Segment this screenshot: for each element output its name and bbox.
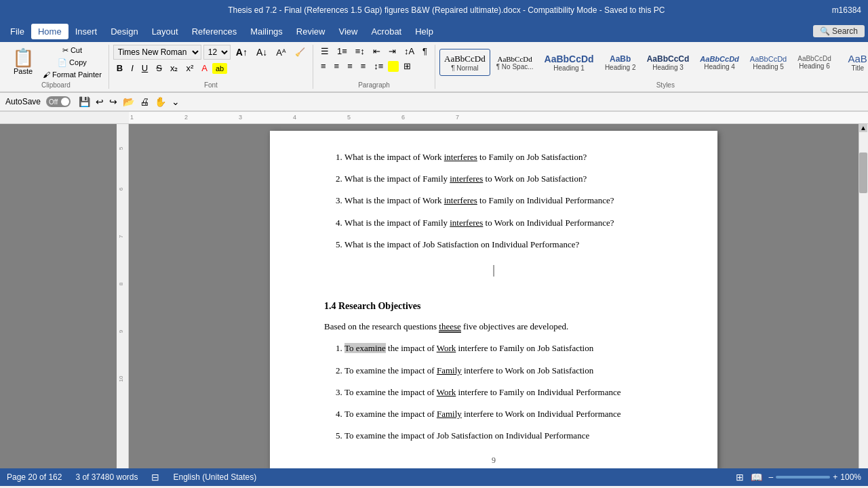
line-spacing-button[interactable]: ↕≡ — [370, 60, 387, 73]
superscript-button[interactable]: x² — [182, 62, 197, 75]
objectives-list: To examine the impact of Work interfere … — [324, 342, 663, 442]
justify-button[interactable]: ≡ — [357, 60, 370, 73]
font-grow-button[interactable]: A↑ — [233, 45, 251, 59]
shading-button[interactable] — [388, 61, 399, 72]
rq4-underline-word: interferes — [450, 218, 483, 228]
border-button[interactable]: ⊞ — [400, 60, 414, 73]
style-h6[interactable]: AaBbCcDd Heading 6 — [793, 49, 835, 76]
menu-references[interactable]: References — [185, 24, 243, 39]
bullets-button[interactable]: ☰ — [317, 45, 332, 58]
zoom-slider[interactable] — [776, 476, 830, 479]
style-normal[interactable]: AaBbCcDd ¶ Normal — [439, 49, 490, 76]
style-title[interactable]: AaB Title — [837, 49, 868, 76]
doc-page[interactable]: What is the impact of Work interferes to… — [270, 131, 717, 468]
style-nospace[interactable]: AaBbCcDd ¶ No Spac... — [492, 49, 538, 76]
font-size-select[interactable]: 12 — [203, 45, 231, 60]
obj-item-3: To examine the impact of Work interfere … — [344, 386, 663, 399]
numbering-button[interactable]: 1≡ — [334, 45, 351, 58]
obj3-underline-word: Work — [437, 387, 456, 397]
open-icon[interactable]: 📂 — [123, 96, 134, 107]
menu-layout[interactable]: Layout — [145, 24, 185, 39]
save-icon[interactable]: 💾 — [79, 96, 90, 107]
font-aa-button[interactable]: Aᴬ — [273, 46, 290, 59]
svg-text:6: 6 — [118, 187, 124, 190]
strikethrough-button[interactable]: S — [153, 62, 165, 75]
theese-word: theese — [439, 321, 460, 333]
align-right-button[interactable]: ≡ — [344, 60, 356, 73]
style-normal-text: AaBbCcDd — [444, 54, 486, 64]
autosave-toggle-knob — [61, 98, 69, 106]
style-h1[interactable]: AaBbCcDd Heading 1 — [540, 49, 599, 76]
layout-view-icon[interactable]: ⊞ — [736, 472, 744, 483]
multilevel-button[interactable]: ≡↕ — [352, 45, 368, 58]
menu-home[interactable]: Home — [31, 24, 68, 39]
style-h3-label: Heading 3 — [652, 64, 684, 71]
paste-button[interactable]: 📋 Paste — [7, 47, 39, 77]
menu-design[interactable]: Design — [104, 24, 144, 39]
svg-text:7: 7 — [456, 114, 459, 121]
style-h2[interactable]: AaBb Heading 2 — [600, 49, 641, 76]
rq-item-2: What is the impact of Family interferes … — [344, 173, 663, 185]
style-h5-text: AaBbCcDd — [750, 55, 787, 63]
increase-indent-button[interactable]: ⇥ — [385, 45, 399, 58]
clear-format-button[interactable]: 🧹 — [292, 46, 309, 58]
italic-button[interactable]: I — [127, 62, 137, 75]
section-heading: 1.4 Research Objectives — [324, 301, 663, 312]
menu-mailings[interactable]: Mailings — [243, 24, 290, 39]
menu-insert[interactable]: Insert — [68, 24, 104, 39]
print-icon[interactable]: 🖨 — [140, 96, 149, 107]
style-h5[interactable]: AaBbCcDd Heading 5 — [745, 49, 791, 76]
bold-button[interactable]: B — [113, 62, 126, 75]
style-title-label: Title — [851, 64, 864, 72]
menu-review[interactable]: Review — [290, 24, 332, 39]
obj-item-5: To examine the impact of Job Satisfactio… — [344, 430, 663, 442]
ribbon-main: 📋 Paste ✂ Cut 📄 Copy 🖌 Format Painter Cl… — [0, 43, 868, 90]
decrease-indent-button[interactable]: ⇤ — [370, 45, 384, 58]
underline-button[interactable]: U — [138, 62, 151, 75]
svg-text:8: 8 — [118, 282, 124, 285]
zoom-in-button[interactable]: + — [833, 472, 837, 482]
menu-view[interactable]: View — [332, 24, 364, 39]
scroll-thumb[interactable] — [859, 152, 867, 193]
undo-icon[interactable]: ↩ — [96, 96, 104, 107]
search-box[interactable]: 🔍 Search — [813, 25, 865, 37]
menu-acrobat[interactable]: Acrobat — [364, 24, 408, 39]
align-left-button[interactable]: ≡ — [317, 60, 330, 73]
svg-text:5: 5 — [118, 146, 124, 150]
style-h4-text: AaBbCcDd — [700, 55, 738, 63]
main-area: 5 6 7 8 9 10 What is the impact of Work … — [0, 124, 868, 468]
font-shrink-button[interactable]: A↓ — [253, 45, 271, 59]
style-nospace-label: ¶ No Spac... — [496, 63, 534, 70]
font-family-select[interactable]: Times New Roman — [113, 45, 201, 60]
menu-file[interactable]: File — [3, 24, 31, 39]
doc-area[interactable]: What is the impact of Work interferes to… — [129, 124, 859, 468]
vertical-scrollbar[interactable]: ▲ — [859, 124, 868, 468]
style-h6-text: AaBbCcDd — [797, 55, 831, 62]
autosave-toggle[interactable]: Off — [46, 96, 71, 107]
cut-button[interactable]: ✂ Cut — [40, 45, 104, 56]
zoom-out-button[interactable]: – — [769, 472, 774, 482]
copy-button[interactable]: 📄 Copy — [40, 57, 104, 68]
style-h6-label: Heading 6 — [799, 62, 830, 70]
svg-text:4: 4 — [293, 114, 296, 121]
highlight-button[interactable]: ab — [212, 63, 227, 74]
subscript-button[interactable]: x₂ — [167, 62, 182, 75]
style-h5-label: Heading 5 — [753, 63, 784, 70]
svg-text:1: 1 — [130, 114, 134, 121]
read-view-icon[interactable]: 📖 — [751, 472, 762, 483]
cursor-indicator: | — [492, 263, 495, 277]
font-color-button[interactable]: A — [198, 62, 211, 75]
sort-button[interactable]: ↕A — [401, 45, 418, 58]
style-h3[interactable]: AaBbCcCd Heading 3 — [642, 49, 694, 76]
svg-text:10: 10 — [118, 375, 124, 382]
touch-icon[interactable]: ✋ — [155, 96, 166, 107]
format-painter-button[interactable]: 🖌 Format Painter — [40, 69, 104, 80]
scroll-up-button[interactable]: ▲ — [859, 124, 867, 132]
show-marks-button[interactable]: ¶ — [419, 45, 431, 58]
rq1-underline-word: interferes — [444, 152, 477, 162]
style-h4[interactable]: AaBbCcDd Heading 4 — [695, 49, 743, 76]
menu-help[interactable]: Help — [408, 24, 440, 39]
more-icon[interactable]: ⌄ — [172, 96, 180, 107]
redo-icon[interactable]: ↪ — [109, 96, 117, 107]
align-center-button[interactable]: ≡ — [331, 60, 343, 73]
